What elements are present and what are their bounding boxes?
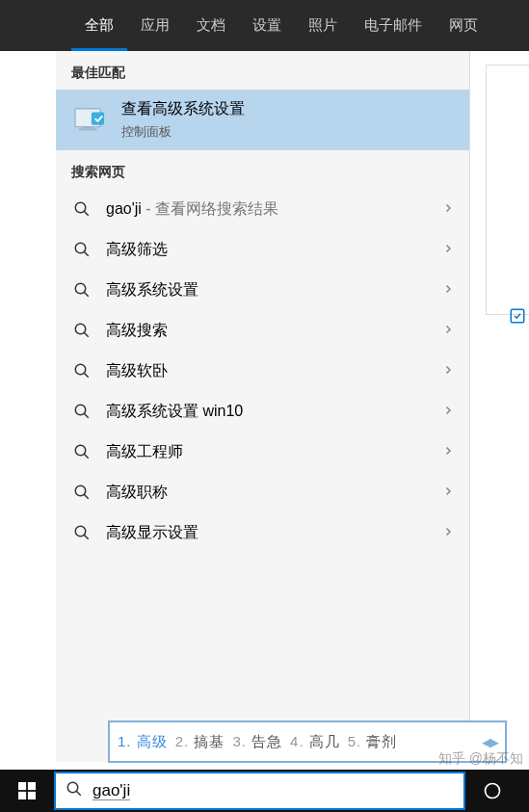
- ime-candidate[interactable]: 3. 告急: [232, 733, 282, 751]
- chevron-right-icon: [442, 323, 454, 338]
- best-match-result[interactable]: 查看高级系统设置 控制面板: [56, 90, 469, 150]
- ime-candidate[interactable]: 2. 搞基: [175, 733, 225, 751]
- chevron-right-icon: [442, 404, 454, 419]
- tab-5[interactable]: 电子邮件: [351, 0, 436, 51]
- svg-point-4: [75, 202, 86, 213]
- svg-point-29: [486, 784, 500, 799]
- svg-line-7: [84, 251, 89, 256]
- web-section-header: 搜索网页: [56, 150, 469, 189]
- web-result-text: 高级工程师: [106, 442, 429, 462]
- ime-candidate[interactable]: 1. 高级: [118, 733, 168, 751]
- web-result-item[interactable]: 高级系统设置: [56, 270, 469, 310]
- search-icon: [66, 780, 83, 801]
- search-icon: [71, 522, 93, 543]
- edit-icon[interactable]: [509, 307, 526, 328]
- svg-point-20: [75, 526, 86, 537]
- web-result-item[interactable]: 高级职称: [56, 472, 469, 512]
- chevron-right-icon: [442, 485, 454, 500]
- best-match-title: 查看高级系统设置: [121, 99, 454, 119]
- svg-point-6: [75, 243, 86, 253]
- search-tabs: 全部应用文档设置照片电子邮件网页: [0, 0, 529, 51]
- svg-line-13: [84, 373, 89, 378]
- system-settings-icon: [71, 105, 108, 136]
- taskbar-search-box[interactable]: gao'ji: [54, 772, 465, 810]
- search-icon: [71, 482, 93, 503]
- svg-rect-24: [28, 782, 36, 790]
- search-icon: [71, 320, 93, 341]
- svg-line-15: [84, 413, 89, 418]
- ime-candidate-bar[interactable]: 1. 高级2. 搞基3. 告急4. 高几5. 膏剂◀▶: [108, 720, 507, 763]
- tab-3[interactable]: 设置: [239, 0, 295, 51]
- web-result-item[interactable]: 高级显示设置: [56, 512, 469, 553]
- chevron-right-icon: [442, 282, 454, 298]
- best-match-text-block: 查看高级系统设置 控制面板: [121, 99, 454, 141]
- svg-line-5: [84, 211, 89, 216]
- search-icon: [71, 401, 93, 422]
- svg-line-28: [76, 791, 81, 796]
- web-result-text: 高级筛选: [106, 240, 429, 260]
- web-result-text: 高级显示设置: [106, 523, 429, 543]
- chevron-right-icon: [442, 525, 454, 540]
- web-result-text: 高级系统设置: [106, 280, 429, 301]
- taskbar: gao'ji: [0, 770, 529, 812]
- web-results-list: gao'ji - 查看网络搜索结果高级筛选高级系统设置高级搜索高级软卧高级系统设…: [56, 189, 469, 553]
- svg-rect-26: [28, 792, 36, 799]
- best-match-subtitle: 控制面板: [121, 123, 454, 141]
- svg-rect-25: [18, 792, 26, 799]
- ime-candidate[interactable]: 5. 膏剂: [348, 733, 398, 751]
- search-icon: [71, 239, 93, 260]
- svg-line-11: [84, 332, 89, 337]
- search-results-panel: 最佳匹配 查看高级系统设置 控制面板 搜索网页 gao'ji - 查看网络搜索结…: [56, 51, 470, 762]
- svg-rect-22: [511, 309, 524, 323]
- svg-point-16: [75, 445, 86, 456]
- ime-candidate[interactable]: 4. 高几: [290, 733, 340, 751]
- web-result-item[interactable]: 高级系统设置 win10: [56, 391, 469, 432]
- search-icon: [71, 279, 93, 301]
- web-result-text: gao'ji - 查看网络搜索结果: [106, 199, 429, 220]
- tab-4[interactable]: 照片: [295, 0, 351, 51]
- svg-point-8: [75, 283, 86, 294]
- svg-point-12: [75, 364, 86, 375]
- svg-line-17: [84, 454, 89, 458]
- svg-point-14: [75, 405, 86, 415]
- tab-6[interactable]: 网页: [436, 0, 491, 51]
- svg-point-27: [67, 782, 78, 793]
- chevron-right-icon: [442, 363, 454, 379]
- ime-page-nav[interactable]: ◀▶: [482, 735, 497, 749]
- web-result-item[interactable]: 高级工程师: [56, 432, 469, 472]
- web-result-text: 高级搜索: [106, 321, 429, 341]
- web-result-item[interactable]: gao'ji - 查看网络搜索结果: [56, 189, 469, 229]
- tab-1[interactable]: 应用: [127, 0, 183, 51]
- search-query-text: gao'ji: [93, 781, 130, 800]
- tab-0[interactable]: 全部: [71, 0, 127, 51]
- search-icon: [71, 198, 93, 220]
- svg-point-18: [75, 485, 86, 496]
- tab-2[interactable]: 文档: [183, 0, 239, 51]
- web-result-item[interactable]: 高级软卧: [56, 351, 469, 391]
- best-match-section-header: 最佳匹配: [56, 51, 469, 90]
- preview-panel: [486, 65, 529, 315]
- search-icon: [71, 360, 93, 381]
- svg-line-9: [84, 292, 89, 297]
- chevron-right-icon: [442, 201, 454, 217]
- svg-rect-2: [79, 128, 97, 130]
- svg-rect-3: [92, 112, 104, 124]
- start-button[interactable]: [0, 770, 54, 812]
- svg-line-21: [84, 535, 89, 539]
- chevron-right-icon: [442, 242, 454, 257]
- web-result-item[interactable]: 高级筛选: [56, 229, 469, 270]
- svg-point-10: [75, 324, 86, 334]
- svg-line-19: [84, 494, 89, 499]
- web-result-text: 高级软卧: [106, 361, 429, 381]
- svg-rect-1: [82, 126, 93, 128]
- web-result-text: 高级系统设置 win10: [106, 402, 429, 422]
- web-result-item[interactable]: 高级搜索: [56, 310, 469, 351]
- chevron-right-icon: [442, 444, 454, 459]
- search-icon: [71, 441, 93, 462]
- cortana-button[interactable]: [465, 770, 519, 812]
- svg-rect-23: [18, 782, 26, 790]
- web-result-text: 高级职称: [106, 483, 429, 503]
